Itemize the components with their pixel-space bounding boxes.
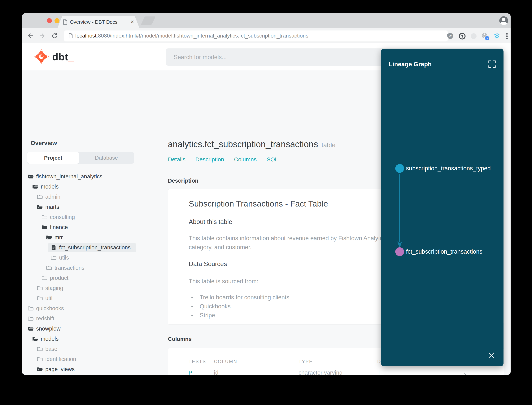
lineage-graph-title: Lineage Graph xyxy=(389,60,432,68)
sidebar-item-utils[interactable]: utils xyxy=(22,253,166,263)
traffic-close-button[interactable] xyxy=(47,18,52,23)
dbt-logo-icon[interactable] xyxy=(33,48,50,65)
model-nav-links: DetailsDescriptionColumnsSQL xyxy=(168,155,288,163)
tab-project[interactable]: Project xyxy=(27,152,79,164)
sidebar-item-quickbooks[interactable]: quickbooks xyxy=(22,303,166,313)
bullet-dot xyxy=(191,306,193,307)
lineage-node-dot-fct_subscription_transactions[interactable] xyxy=(395,247,404,256)
sources-intro: This table is sourced from: xyxy=(189,277,258,286)
tab-close-icon[interactable]: ✕ xyxy=(131,16,134,28)
sidebar-item-models[interactable]: models xyxy=(22,334,166,344)
folder-open-icon xyxy=(46,235,52,240)
description-cell: T xyxy=(377,369,381,375)
column-header-column: COLUMN xyxy=(214,358,237,365)
tree-item-label: consulting xyxy=(50,212,75,222)
folder-icon xyxy=(37,356,43,362)
folder-icon xyxy=(46,265,52,271)
lineage-graph-panel: Lineage Graph subscription_transactions_… xyxy=(381,49,504,366)
tab-title: Overview - DBT Docs xyxy=(70,16,118,28)
tree-item-label: models xyxy=(41,334,59,344)
folder-open-icon xyxy=(37,204,43,210)
lineage-node-label[interactable]: fct_subscription_transactions xyxy=(406,247,482,256)
lineage-close-icon[interactable] xyxy=(488,351,495,359)
folder-icon xyxy=(37,285,43,291)
sidebar-item-snowplow[interactable]: snowplow xyxy=(22,324,166,334)
sidebar-item-fishtown_internal_analytics[interactable]: fishtown_internal_analytics xyxy=(22,171,166,182)
loop-extension-icon[interactable] xyxy=(470,32,478,40)
page-favicon-icon xyxy=(62,19,68,25)
back-button[interactable] xyxy=(27,32,34,39)
sidebar-item-page_views[interactable]: page_views xyxy=(22,364,166,374)
sidebar-item-product[interactable]: product xyxy=(22,273,166,283)
tree-item-label: transactions xyxy=(54,263,84,273)
sidebar-item-fct_subscription_transactions[interactable]: fct_subscription_transactions xyxy=(22,243,166,253)
tree-item-label: snowplow_page_views xyxy=(50,374,107,375)
sidebar-item-redshift[interactable]: redshift xyxy=(22,313,166,324)
browser-window: Overview - DBT Docs ✕ localhost:8080/ind… xyxy=(22,14,511,375)
browser-tab[interactable]: Overview - DBT Docs ✕ xyxy=(57,16,140,28)
tests-cell: P xyxy=(189,369,193,375)
sidebar-item-mrr[interactable]: mrr xyxy=(22,232,166,243)
dbt-logo-text[interactable]: dbt_ xyxy=(52,43,74,70)
type-cell: character varying xyxy=(298,369,342,375)
tab-strip: Overview - DBT Docs ✕ xyxy=(22,14,511,28)
forward-button[interactable] xyxy=(39,32,46,39)
snowflake-extension-icon[interactable]: ❄ xyxy=(493,32,501,40)
browser-profile-avatar[interactable] xyxy=(499,16,508,25)
folder-icon xyxy=(37,346,43,352)
tree-item-label: models xyxy=(41,182,59,192)
bullet-dot xyxy=(191,297,193,298)
sidebar-item-staging[interactable]: staging xyxy=(22,283,166,293)
sidebar-item-admin[interactable]: admin xyxy=(22,192,166,202)
model-heading: Subscription Transactions - Fact Table xyxy=(189,198,328,209)
sidebar-item-marts[interactable]: marts xyxy=(22,202,166,212)
folder-open-icon xyxy=(28,326,34,332)
svg-text:x: x xyxy=(486,37,488,40)
page-title-suffix: table xyxy=(322,141,336,148)
description-section-label: Description xyxy=(168,177,198,184)
model-tab-details[interactable]: Details xyxy=(168,156,185,162)
sidebar-item-models[interactable]: models xyxy=(22,182,166,192)
tree-item-label: product xyxy=(50,273,68,283)
sidebar-item-transactions[interactable]: transactions xyxy=(22,263,166,273)
model-tab-description[interactable]: Description xyxy=(196,156,224,162)
source-label: Trello boards for consulting clients xyxy=(200,293,289,302)
power-extension-icon[interactable]: x xyxy=(481,32,489,40)
fullscreen-icon[interactable] xyxy=(488,60,496,68)
page-title: analytics.fct_subscription_transactionst… xyxy=(168,138,336,150)
sidebar-item-finance[interactable]: finance xyxy=(22,222,166,232)
new-tab-button[interactable] xyxy=(141,16,156,25)
chevron-right-icon[interactable] xyxy=(463,371,467,375)
url-page-icon xyxy=(68,33,73,39)
onepassword-icon[interactable] xyxy=(458,32,466,40)
tree-item-label: util xyxy=(45,293,53,303)
url-host: localhost xyxy=(75,33,97,39)
ublock-origin-icon[interactable]: uo xyxy=(446,32,454,40)
traffic-minimize-button[interactable] xyxy=(54,18,59,23)
column-row-id[interactable]: Pidcharacter varyingT xyxy=(168,369,504,375)
sidebar-item-snowplow_page_views[interactable]: snowplow_page_views xyxy=(22,374,166,375)
lineage-node-dot-subscription_transactions_typed[interactable] xyxy=(395,164,404,173)
model-tab-columns[interactable]: Columns xyxy=(234,156,257,162)
lineage-edge-arrow xyxy=(396,173,403,250)
logo-cursor: _ xyxy=(68,51,74,62)
url-path: :8080/index.html#!/model/model.fishtown_… xyxy=(97,33,309,39)
model-tab-sql[interactable]: SQL xyxy=(267,156,278,162)
browser-menu-icon[interactable] xyxy=(503,32,511,40)
project-file-tree: fishtown_internal_analyticsmodelsadminma… xyxy=(22,171,166,375)
folder-icon xyxy=(41,275,47,281)
avatar-body xyxy=(500,22,507,25)
sidebar-item-identification[interactable]: identification xyxy=(22,354,166,364)
tab-database[interactable]: Database xyxy=(79,152,134,164)
sidebar-item-consulting[interactable]: consulting xyxy=(22,212,166,222)
sidebar-item-util[interactable]: util xyxy=(22,293,166,303)
tree-item-label: base xyxy=(45,344,57,354)
sidebar-item-base[interactable]: base xyxy=(22,344,166,354)
url-bar[interactable]: localhost:8080/index.html#!/model/model.… xyxy=(64,30,448,42)
tree-item-label: staging xyxy=(45,283,63,293)
folder-open-icon xyxy=(32,336,38,342)
folder-open-icon xyxy=(32,184,38,190)
tree-item-label: admin xyxy=(45,192,60,202)
lineage-node-label[interactable]: subscription_transactions_typed xyxy=(406,164,491,173)
reload-button[interactable] xyxy=(51,32,58,39)
